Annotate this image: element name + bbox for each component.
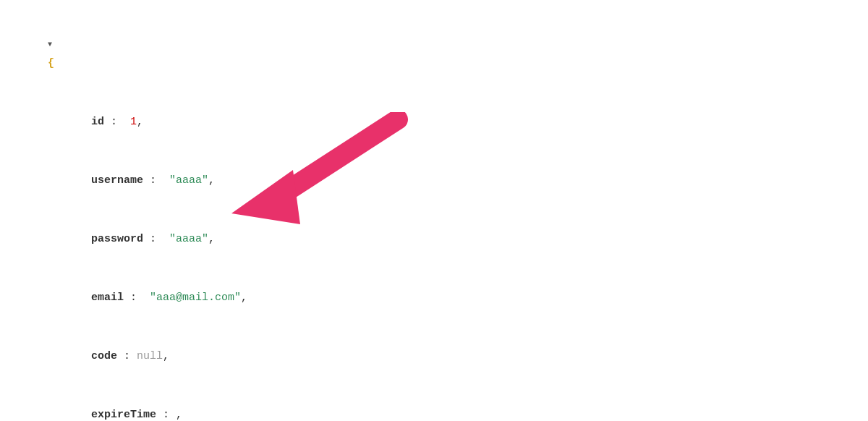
open-brace: {: [48, 57, 54, 69]
line-username: username : "aaaa",: [65, 151, 846, 210]
line-open-brace: ▼ {: [22, 14, 846, 93]
key-password: password: [91, 233, 143, 245]
line-expiretime: expireTime : ,: [65, 386, 846, 421]
line-email: email : "aaa@mail.com",: [65, 268, 846, 327]
value-password: "aaaa": [169, 233, 208, 245]
value-username: "aaaa": [169, 174, 208, 187]
value-code: null: [137, 350, 163, 362]
json-viewer: ▼ { id : 1, username : "aaaa", password …: [0, 0, 868, 421]
line-code: code : null,: [65, 327, 846, 386]
line-id: id : 1,: [65, 93, 846, 151]
key-username: username: [91, 174, 143, 187]
key-email: email: [91, 292, 124, 304]
key-code: code: [91, 350, 117, 362]
value-email: "aaa@mail.com": [150, 292, 241, 304]
key-expiretime: expireTime: [91, 409, 156, 421]
line-password: password : "aaaa",: [65, 210, 846, 268]
key-id: id: [91, 116, 104, 128]
value-id: 1: [130, 116, 137, 128]
collapse-arrow-root[interactable]: ▼: [48, 38, 58, 48]
